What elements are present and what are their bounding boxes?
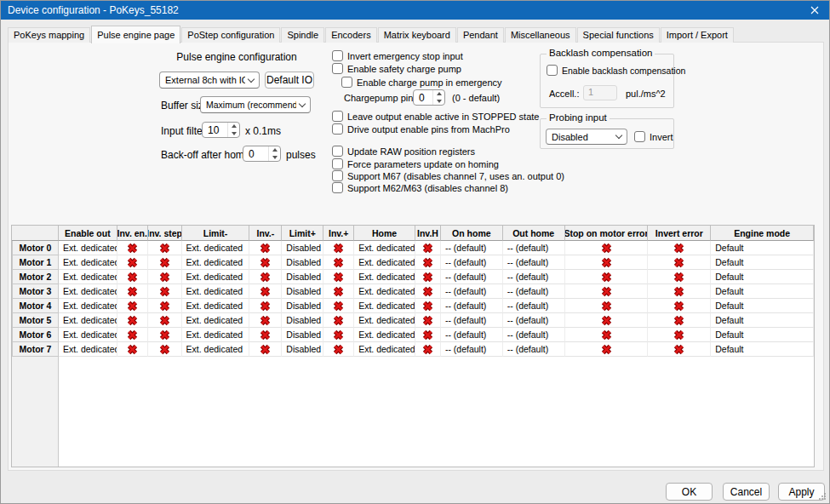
tab-pulse-engine-page[interactable]: Pulse engine page [91,26,180,43]
spin-down-icon[interactable] [228,130,239,138]
motor-row-header[interactable]: Motor 4 [12,299,59,313]
spin-down-icon[interactable] [433,98,444,106]
grid-cell[interactable]: Disabled [282,299,323,313]
ok-button[interactable]: OK [666,483,713,501]
grid-cell[interactable]: -- (default) [503,342,565,357]
grid-cell[interactable]: Ext. dedicated [59,299,117,313]
grid-cell[interactable] [249,342,282,357]
spin-up-icon[interactable] [433,90,444,98]
tab-miscellaneous[interactable]: Miscellaneous [505,27,576,43]
grid-cell[interactable] [415,241,441,255]
grid-cell[interactable]: Ext. dedicated [182,241,250,255]
grid-cell[interactable] [648,342,711,357]
grid-cell[interactable] [565,284,649,299]
input-filter-value[interactable] [203,123,227,137]
grid-cell[interactable] [323,299,354,313]
checkbox-charge-pump-emergency[interactable]: Enable charge pump in emergency [341,77,502,88]
grid-cell[interactable] [565,328,649,342]
grid-cell[interactable]: Ext. dedicated [59,313,117,328]
backoff-stepper[interactable] [243,146,281,162]
tab-matrix-keyboard[interactable]: Matrix keyboard [378,27,456,43]
grid-cell[interactable] [117,342,148,357]
grid-cell[interactable]: -- (default) [441,284,503,299]
grid-cell[interactable] [249,241,282,255]
grid-cell[interactable] [249,299,282,313]
grid-cell[interactable] [148,270,182,284]
grid-cell[interactable] [415,255,441,270]
grid-cell[interactable]: Ext. dedicated [354,241,415,255]
grid-cell[interactable]: Ext. dedicated [59,328,117,342]
grid-cell[interactable]: -- (default) [503,270,565,284]
grid-cell[interactable] [565,342,649,357]
grid-cell[interactable] [648,299,711,313]
probing-input-select[interactable]: Disabled [546,129,627,145]
checkbox-update-raw-registers[interactable]: Update RAW position registers [332,146,475,157]
checkbox-support-m62-m63[interactable]: Support M62/M63 (disables channel 8) [332,182,508,193]
tab-pendant[interactable]: Pendant [457,27,504,43]
grid-cell[interactable] [323,313,354,328]
grid-cell[interactable] [415,313,441,328]
grid-cell[interactable] [323,284,354,299]
grid-cell[interactable]: Disabled [282,255,323,270]
grid-cell[interactable]: Ext. dedicated [354,255,415,270]
grid-cell[interactable]: Ext. dedicated [182,313,250,328]
checkbox-safety-charge-pump[interactable]: Enable safety charge pump [332,63,461,74]
tab-spindle[interactable]: Spindle [281,27,324,43]
checkbox-force-params-update[interactable]: Force parameters update on homing [332,158,499,169]
grid-cell[interactable]: Ext. dedicated [182,342,250,357]
grid-cell[interactable] [648,328,711,342]
motor-row-header[interactable]: Motor 3 [12,284,59,299]
grid-cell[interactable] [415,284,441,299]
grid-cell[interactable]: Ext. dedicated [182,284,250,299]
grid-cell[interactable] [148,313,182,328]
grid-cell[interactable]: -- (default) [441,328,503,342]
grid-cell[interactable] [249,255,282,270]
default-io-button[interactable]: Default IO [265,72,314,89]
backoff-value[interactable] [243,146,268,161]
grid-cell[interactable]: -- (default) [503,241,565,255]
checkbox-enable-backlash[interactable]: Enable backlash compensation [547,65,685,76]
grid-cell[interactable] [415,342,441,357]
tab-import-export[interactable]: Import / Export [661,27,734,43]
checkbox-drive-output-enable[interactable]: Drive output enable pins from MachPro [332,123,510,135]
grid-cell[interactable]: Disabled [282,241,323,255]
grid-cell[interactable]: Disabled [282,342,323,357]
motor-row-header[interactable]: Motor 6 [12,328,59,342]
grid-cell[interactable]: -- (default) [503,328,565,342]
grid-cell[interactable] [148,241,182,255]
grid-cell[interactable]: Ext. dedicated [59,284,117,299]
grid-cell[interactable]: Default [711,255,814,270]
grid-cell[interactable] [415,270,441,284]
grid-cell[interactable] [117,270,148,284]
grid-cell[interactable] [648,270,711,284]
grid-cell[interactable] [117,313,148,328]
grid-cell[interactable] [415,328,441,342]
tab-encoders[interactable]: Encoders [325,27,376,43]
grid-cell[interactable]: Disabled [282,270,323,284]
grid-cell[interactable] [117,241,148,255]
grid-cell[interactable]: Ext. dedicated [182,270,250,284]
grid-cell[interactable]: Disabled [282,284,323,299]
checkbox-probing-invert[interactable]: Invert [634,131,673,142]
spin-up-icon[interactable] [228,123,239,130]
grid-cell[interactable] [565,299,649,313]
chargepump-pin-stepper[interactable] [413,89,445,106]
grid-cell[interactable]: Ext. dedicated [354,313,415,328]
grid-cell[interactable]: Ext. dedicated [182,328,250,342]
grid-cell[interactable]: Default [711,284,814,299]
motor-row-header[interactable]: Motor 7 [12,342,59,357]
grid-cell[interactable] [415,299,441,313]
motor-row-header[interactable]: Motor 5 [12,313,59,328]
grid-cell[interactable]: Disabled [282,313,323,328]
grid-cell[interactable] [323,255,354,270]
grid-cell[interactable]: Ext. dedicated [354,284,415,299]
tab-special-functions[interactable]: Special functions [577,27,660,43]
grid-cell[interactable]: Default [711,328,814,342]
grid-cell[interactable] [648,241,711,255]
grid-cell[interactable] [648,313,711,328]
grid-cell[interactable]: -- (default) [503,255,565,270]
grid-cell[interactable] [323,270,354,284]
grid-cell[interactable]: Ext. dedicated [354,270,415,284]
grid-cell[interactable]: Ext. dedicated [182,255,250,270]
engine-type-select[interactable]: External 8ch with IO [159,72,260,89]
